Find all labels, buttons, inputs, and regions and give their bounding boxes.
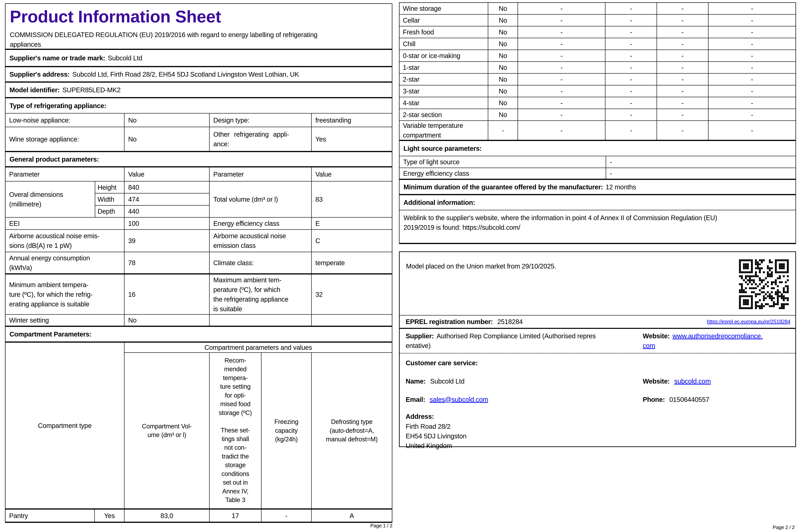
light-type-value: -: [606, 156, 796, 168]
care-address-label: Address:: [406, 412, 790, 421]
market-supplier-box: Model placed on the Union market from 29…: [399, 251, 796, 447]
wine-storage-row: Wine storage appliance: No Other refrige…: [5, 127, 392, 152]
row-volume: -: [518, 121, 606, 140]
compartment-row-3-star: 3-star No - - - -: [399, 86, 796, 97]
compartment-type-header: Compartment type: [5, 343, 125, 508]
low-noise-row: Low-noise appliance: No Design type: fre…: [5, 114, 392, 127]
compartment-row-wine-storage: Wine storage No - - - -: [399, 3, 796, 15]
supplier-address-value: Subcold Ltd, Firth Road 28/2, EH54 5DJ S…: [72, 70, 299, 79]
guarantee-label: Minimum duration of the guarantee offere…: [403, 182, 603, 192]
supplier-name-row: Supplier's name or trade mark: Subcold L…: [5, 50, 392, 67]
dimension-values: 840 474 440: [125, 182, 210, 217]
qr-code: [739, 259, 789, 309]
col-parameter-1: Parameter: [5, 167, 125, 181]
row-label: 1-star: [399, 62, 488, 73]
compartment-heading-row: Compartment Parameters:: [5, 327, 392, 343]
row-present: No: [488, 26, 518, 38]
pantry-volume: 83,0: [125, 510, 210, 522]
model-identifier-value: SUPER85LED-MK2: [62, 85, 120, 95]
compartment-group-header: Compartment parameters and values: [125, 343, 392, 353]
winter-empty-2: [312, 315, 392, 326]
winter-value: No: [125, 315, 210, 326]
care-website-link[interactable]: subcold.com: [674, 378, 711, 385]
col-parameter-2: Parameter: [210, 167, 312, 181]
energy-row: Annual energy consumption (kWh/a) 78 Cli…: [5, 252, 392, 274]
row-label: Cellar: [399, 15, 488, 26]
row-volume: -: [518, 3, 606, 14]
row-defrost: -: [708, 121, 796, 140]
title-block: Product Information Sheet COMMISSION DEL…: [5, 4, 392, 50]
model-identifier-label: Model identifier:: [10, 85, 60, 95]
light-eec-label: Energy efficiency class: [399, 168, 606, 179]
row-temp: -: [606, 50, 657, 61]
eprel-row: EPREL registration number: 2518284 https…: [400, 316, 795, 329]
eec-label: Energy efficiency class: [210, 217, 312, 229]
care-address-lines: Firth Road 28/2 EH54 5DJ Livingston Unit…: [406, 422, 790, 451]
care-address-block: Address: Firth Road 28/2 EH54 5DJ Living…: [406, 412, 790, 451]
care-email-row: Email: sales@subcold.com Phone: 01506440…: [406, 395, 790, 404]
model-placed-text: Model placed on the Union market from 29…: [406, 261, 556, 271]
row-label: Chill: [399, 38, 488, 50]
volume-header: Compartment Vol- ume (dm³ or l): [125, 353, 210, 508]
dim-height-label: Height: [95, 182, 124, 193]
page-2-upper-box: Wine storage No - - - - Cellar No - - - …: [399, 2, 796, 244]
row-present: No: [488, 50, 518, 61]
row-freezing: -: [657, 3, 708, 14]
compartment-table-header: Compartment type Compartment parameters …: [5, 343, 392, 510]
eec-value: E: [312, 217, 392, 229]
eprel-link[interactable]: https://eprel.ec.europa.eu/qr/2518284: [707, 318, 790, 325]
row-present: No: [488, 3, 518, 14]
winter-setting-row: Winter setting No: [5, 315, 392, 327]
light-source-type-row: Type of light source -: [399, 156, 796, 168]
row-present: No: [488, 62, 518, 73]
row-freezing: -: [657, 86, 708, 97]
additional-info-heading: Additional information:: [403, 198, 475, 207]
energy-label: Annual energy consumption (kWh/a): [5, 252, 125, 273]
type-heading-row: Type of refrigerating appliance:: [5, 98, 392, 114]
row-label: 2-star: [399, 74, 488, 85]
row-defrost: -: [708, 74, 796, 85]
row-temp: -: [606, 15, 657, 26]
total-volume-value: 83: [312, 182, 392, 217]
care-email-link[interactable]: sales@subcold.com: [430, 396, 488, 403]
noise-value: 39: [125, 230, 210, 252]
pantry-present: Yes: [95, 510, 125, 522]
supplier-row: Supplier:Authorised Rep Compliance Limit…: [400, 329, 795, 354]
care-website-label: Website:: [643, 378, 670, 385]
max-temp-label: Maximum ambient tem- perature (ºC), for …: [210, 274, 312, 314]
noise-label: Airborne acoustical noise emis- sions (d…: [5, 230, 125, 252]
pantry-defrost: A: [312, 510, 392, 522]
row-temp: -: [606, 38, 657, 50]
eei-label: EEI: [5, 217, 125, 229]
light-source-heading-row: Light source parameters:: [399, 141, 796, 156]
row-present: No: [488, 38, 518, 50]
row-temp: -: [606, 74, 657, 85]
dimensions-row: Overal dimensions (millimetre) Height Wi…: [5, 182, 392, 217]
dim-depth-value: 440: [125, 206, 209, 217]
row-freezing: -: [657, 74, 708, 85]
total-volume-label: Total volume (dm³ or l): [210, 182, 312, 217]
row-label: 0-star or ice-making: [399, 50, 488, 61]
pantry-row: Pantry Yes 83,0 17 - A: [5, 510, 392, 523]
row-defrost: -: [708, 15, 796, 26]
row-volume: -: [518, 109, 606, 120]
eei-row: EEI 100 Energy efficiency class E: [5, 217, 392, 230]
compartment-row-1-star: 1-star No - - - -: [399, 62, 796, 74]
weblink-text: Weblink to the supplier's website, where…: [399, 210, 796, 244]
care-phone-value: 01506440557: [669, 396, 709, 403]
climate-value: temperate: [312, 252, 392, 273]
row-present: -: [488, 121, 518, 140]
row-defrost: -: [708, 3, 796, 14]
wine-storage-label: Wine storage appliance:: [5, 127, 125, 151]
row-label: 4-star: [399, 97, 488, 109]
compartment-row-cellar: Cellar No - - - -: [399, 15, 796, 26]
row-temp: -: [606, 86, 657, 97]
row-temp: -: [606, 62, 657, 73]
pantry-type: Pantry: [5, 510, 95, 522]
supplier-value: Authorised Rep Compliance Limited (Autho…: [406, 332, 596, 349]
row-freezing: -: [657, 38, 708, 50]
row-temp: -: [606, 97, 657, 109]
supplier-address-label: Supplier's address:: [10, 70, 70, 79]
row-freezing: -: [657, 109, 708, 120]
page-1: Product Information Sheet COMMISSION DEL…: [5, 3, 392, 523]
